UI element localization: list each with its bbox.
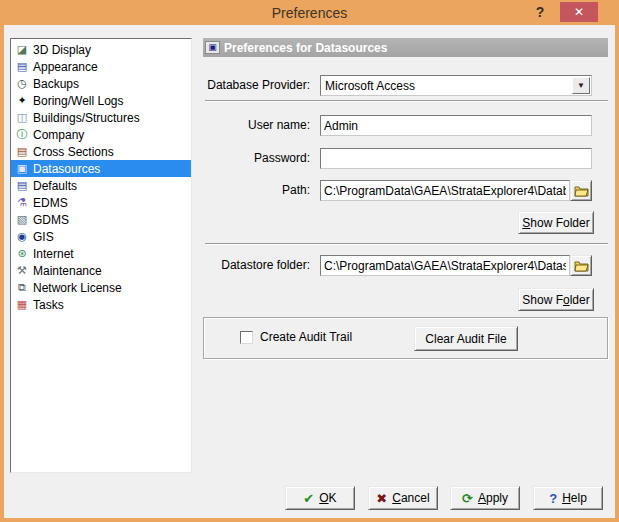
datasource-icon: ▣	[14, 162, 30, 175]
database-provider-value: Microsoft Access	[325, 79, 415, 93]
globe2-icon: ⊛	[14, 247, 30, 260]
sidebar-item-label: GIS	[33, 230, 54, 244]
chart-icon: ▧	[14, 213, 30, 226]
path-field[interactable]	[320, 180, 570, 201]
clock-icon: ◷	[14, 77, 30, 90]
apply-button[interactable]: ⟳ Apply	[450, 486, 520, 510]
sidebar-item-network-license[interactable]: ⧉Network License	[11, 279, 191, 296]
sidebar-item-label: Maintenance	[33, 264, 102, 278]
sidebar-item-boring-well-logs[interactable]: ✦Boring/Well Logs	[11, 92, 191, 109]
cube-icon: ◪	[14, 43, 30, 56]
show-folder-button-bottom[interactable]: Show Folder	[518, 288, 594, 311]
x-icon: ✖	[376, 492, 387, 505]
user-name-label: User name:	[160, 118, 310, 132]
ok-button[interactable]: ✔ OK	[285, 486, 355, 510]
sidebar-item-label: 3D Display	[33, 43, 91, 57]
tasks-icon: ▦	[14, 298, 30, 311]
panel-header: ▣ Preferences for Datasources	[203, 38, 608, 57]
globe-icon: ◉	[14, 230, 30, 243]
browse-path-button[interactable]	[570, 180, 592, 201]
compass-star-icon: ✦	[14, 94, 30, 107]
close-button[interactable]: ✕	[560, 2, 598, 22]
sidebar-item-3d-display[interactable]: ◪3D Display	[11, 41, 191, 58]
sidebar-item-label: Tasks	[33, 298, 64, 312]
panel-title: Preferences for Datasources	[224, 41, 387, 55]
category-list: ◪3D Display▤Appearance◷Backups✦Boring/We…	[10, 38, 192, 473]
sidebar-item-label: Buildings/Structures	[33, 111, 140, 125]
clear-audit-file-button[interactable]: Clear Audit File	[414, 326, 518, 351]
flask-icon: ⚗	[14, 196, 30, 209]
open-folder-icon	[574, 260, 589, 272]
sidebar-item-label: Network License	[33, 281, 122, 295]
separator	[205, 243, 608, 245]
database-provider-select[interactable]: Microsoft Access ▼	[320, 75, 592, 96]
separator	[205, 100, 608, 102]
password-field[interactable]	[320, 148, 592, 169]
show-folder-button-top[interactable]: Show Folder	[518, 211, 594, 234]
sidebar-item-label: Internet	[33, 247, 74, 261]
brick-wall-icon: ▤	[14, 145, 30, 158]
sidebar-item-label: Boring/Well Logs	[33, 94, 124, 108]
create-audit-trail-checkbox[interactable]	[240, 331, 253, 344]
password-label: Password:	[160, 151, 310, 165]
sidebar-item-appearance[interactable]: ▤Appearance	[11, 58, 191, 75]
sidebar-item-label: Datasources	[33, 162, 100, 176]
sidebar-item-label: Company	[33, 128, 84, 142]
dialog-body: ◪3D Display▤Appearance◷Backups✦Boring/We…	[4, 25, 615, 518]
building-icon: ◫	[14, 111, 30, 124]
help-icon[interactable]: ?	[531, 2, 549, 22]
sidebar-item-label: Backups	[33, 77, 79, 91]
datastore-folder-field[interactable]	[320, 255, 570, 276]
titlebar[interactable]: Preferences	[0, 0, 619, 25]
sidebar-item-label: GDMS	[33, 213, 69, 227]
audit-group: Create Audit Trail Clear Audit File	[203, 317, 608, 359]
question-icon: ?	[549, 492, 557, 505]
wrench-icon: ⚒	[14, 264, 30, 277]
window-title: Preferences	[272, 5, 347, 21]
sidebar-item-label: Defaults	[33, 179, 77, 193]
sidebar-item-gis[interactable]: ◉GIS	[11, 228, 191, 245]
network-icon: ⧉	[14, 281, 30, 294]
sidebar-item-label: Cross Sections	[33, 145, 114, 159]
datasource-icon: ▣	[205, 41, 220, 54]
preferences-window: Preferences ? ✕ ◪3D Display▤Appearance◷B…	[0, 0, 619, 522]
check-icon: ✔	[303, 492, 314, 505]
sidebar-item-gdms[interactable]: ▧GDMS	[11, 211, 191, 228]
sidebar-item-tasks[interactable]: ▦Tasks	[11, 296, 191, 313]
browse-datastore-button[interactable]	[570, 255, 592, 276]
datastore-folder-label: Datastore folder:	[160, 258, 310, 272]
info-icon: ⓘ	[14, 127, 30, 142]
chevron-down-icon[interactable]: ▼	[572, 77, 590, 94]
sidebar-item-label: EDMS	[33, 196, 68, 210]
cancel-button[interactable]: ✖ Cancel	[368, 486, 438, 510]
refresh-icon: ⟳	[462, 492, 473, 505]
user-name-field[interactable]	[320, 115, 592, 136]
help-button[interactable]: ? Help	[533, 486, 603, 510]
create-audit-trail-label: Create Audit Trail	[260, 330, 352, 344]
open-folder-icon	[574, 185, 589, 197]
window-icon: ▤	[14, 179, 30, 192]
sidebar-item-label: Appearance	[33, 60, 98, 74]
window-icon: ▤	[14, 60, 30, 73]
database-provider-label: Database Provider:	[160, 78, 310, 92]
path-label: Path:	[160, 183, 310, 197]
